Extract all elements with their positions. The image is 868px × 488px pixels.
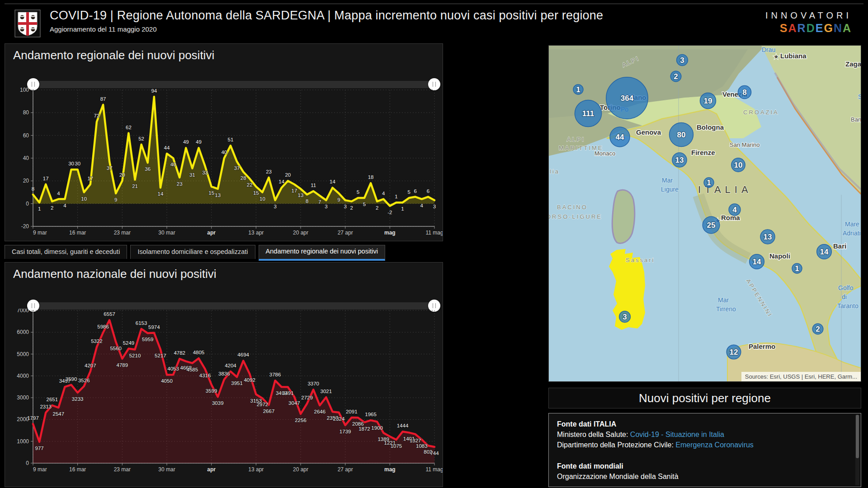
national-line-chart[interactable]: 010002000300040005000600070009 mar16 mar… xyxy=(5,309,443,486)
sources-line1-prefix: Ministero della Salute: xyxy=(557,431,630,438)
data-point-label: 2324 xyxy=(333,416,345,422)
map-bubble-molise[interactable]: 13 xyxy=(760,230,775,244)
data-point-label: 5210 xyxy=(129,353,141,358)
map-label: lia xyxy=(550,168,560,175)
data-point-label: 17 xyxy=(292,188,297,193)
map-bubble-campania[interactable]: 14 xyxy=(750,254,764,269)
data-point-label: 30 xyxy=(68,161,74,166)
italy-map[interactable]: MilanoTorinoVeneziaGenovaBolognaFirenzeR… xyxy=(549,46,861,382)
brand-letter: A xyxy=(788,22,797,34)
data-point-label: 7 xyxy=(318,199,321,205)
data-point-label: 2667 xyxy=(263,408,275,414)
map-bubble-liguria[interactable]: 44 xyxy=(610,127,630,147)
data-point-label: 62 xyxy=(126,125,132,130)
bubble-value: 4 xyxy=(732,206,737,214)
data-point-label: 31 xyxy=(189,172,195,178)
brand-letter: R xyxy=(797,22,807,34)
brand-letter: A xyxy=(843,22,852,34)
map-label: Palermo xyxy=(749,343,775,350)
data-point-label: 5 xyxy=(357,189,359,195)
map-label: Golfo xyxy=(838,284,854,291)
x-axis-tick: 16 mar xyxy=(69,230,86,236)
map-bubble-p-a-bolzano[interactable]: 3 xyxy=(677,55,688,66)
map-bubble-sicilia[interactable]: 12 xyxy=(726,345,741,359)
data-point-label: 30 xyxy=(75,161,80,166)
x-axis-tick: 9 mar xyxy=(33,230,47,236)
tab-andamento-regionale[interactable]: Andamento regionale dei nuovi positivi xyxy=(259,245,385,261)
map-bubble-friuli-venezia-giulia[interactable]: 8 xyxy=(738,85,751,99)
data-point-label: 44 xyxy=(164,145,170,150)
map-bubble-marche[interactable]: 10 xyxy=(731,158,745,172)
data-point-label: 2091 xyxy=(346,409,358,414)
map-bubble-lazio[interactable]: 25 xyxy=(703,216,720,234)
corsica xyxy=(612,190,635,243)
map-bubble-puglia[interactable]: 14 xyxy=(817,244,832,259)
chart-tabs: Casi totali, dimessi, guariti e deceduti… xyxy=(5,245,385,261)
data-point-label: 9 xyxy=(114,197,117,202)
y-axis-tick: 100 xyxy=(20,87,29,93)
data-point-label: 40 xyxy=(221,150,227,155)
map-label: Lubiana xyxy=(780,52,807,60)
data-point-label: 2 xyxy=(51,205,53,211)
map-bubble-p-a-trento[interactable]: 2 xyxy=(670,71,681,82)
data-point-label: 1739 xyxy=(340,429,351,434)
brand-letter: E xyxy=(816,22,824,34)
national-chart-title: Andamento nazionale dei nuovi positivi xyxy=(13,267,217,281)
bubble-value: 19 xyxy=(704,97,712,105)
map-label: Zagabria xyxy=(845,60,861,68)
x-axis-tick: 27 apr xyxy=(338,466,353,473)
link-situazione-italia[interactable]: Covid-19 - Situazione in Italia xyxy=(630,431,724,438)
y-axis-tick: 20 xyxy=(23,178,29,184)
map-bubble-calabria[interactable]: 2 xyxy=(812,324,823,334)
data-point-label: 87 xyxy=(100,96,106,102)
map-label: Firenze xyxy=(691,149,715,156)
map-label: Napoli xyxy=(769,252,790,260)
x-axis-tick: 20 apr xyxy=(293,466,308,473)
data-point-label: 33 xyxy=(202,170,208,175)
national-chart-panel: Andamento nazionale dei nuovi positivi 0… xyxy=(5,262,443,487)
x-axis-tick: apr xyxy=(207,230,216,236)
data-point-label: 3786 xyxy=(269,372,281,377)
data-point-label: 4 xyxy=(57,191,60,196)
map-bubble-valle-d-aosta[interactable]: 1 xyxy=(573,84,583,94)
bubble-value: 3 xyxy=(623,313,627,321)
x-axis-tick: 30 mar xyxy=(158,230,175,236)
map-bubble-piemonte[interactable]: 111 xyxy=(575,100,601,127)
data-point-label: 3 xyxy=(433,204,436,209)
y-axis-tick: 7000 xyxy=(17,309,29,314)
data-point-label: 13 xyxy=(215,192,221,198)
data-point-label: 3951 xyxy=(231,380,243,386)
data-point-label: 4789 xyxy=(117,362,128,368)
map-bubble-abruzzo[interactable]: 4 xyxy=(729,204,741,216)
map-bubble-basilicata[interactable]: 1 xyxy=(792,263,802,273)
link-emergenza-coronavirus[interactable]: Emergenza Coronavirus xyxy=(675,441,754,449)
map-bubble-lombardia[interactable]: 364 xyxy=(606,77,648,119)
data-point-label: 5 xyxy=(363,202,366,207)
data-point-label: 1327 xyxy=(410,438,421,443)
map-bubble-umbria[interactable]: 1 xyxy=(704,178,714,188)
data-point-label: 3021 xyxy=(321,389,332,394)
brand-letter: G xyxy=(824,22,833,34)
map-bubble-veneto[interactable]: 19 xyxy=(700,93,716,109)
app-header: COVID-19 | Regione Autonoma della SARDEG… xyxy=(5,4,863,41)
scrollbar[interactable] xyxy=(855,415,859,485)
bubble-value: 13 xyxy=(764,233,772,241)
bubble-value: 14 xyxy=(753,258,761,266)
map-bubble-emilia-romagna[interactable]: 80 xyxy=(670,123,693,147)
data-point-label: 20 xyxy=(119,172,125,178)
scrollbar-thumb[interactable] xyxy=(856,415,859,458)
map-label: di xyxy=(842,293,847,300)
bubble-value: 12 xyxy=(730,348,738,357)
regional-line-chart[interactable]: -200204060801009 mar16 mar23 mar30 marap… xyxy=(5,87,443,239)
tab-casi-totali[interactable]: Casi totali, dimessi, guariti e deceduti xyxy=(5,245,127,259)
data-point-label: 5249 xyxy=(123,340,135,346)
italy-map-panel[interactable]: MilanoTorinoVeneziaGenovaBolognaFirenzeR… xyxy=(548,45,861,382)
map-bubble-toscana[interactable]: 13 xyxy=(672,153,687,167)
data-point-label: 10 xyxy=(81,196,87,202)
data-point-label: 4050 xyxy=(161,378,173,384)
x-axis-tick: mag xyxy=(384,466,396,473)
tab-isolamento[interactable]: Isolamento domiciliare e ospedalizzati xyxy=(130,245,255,259)
map-bubble-sardegna[interactable]: 3 xyxy=(619,311,631,323)
bubble-value: 1 xyxy=(795,264,799,273)
map-label: Banja Lu xyxy=(851,116,861,123)
